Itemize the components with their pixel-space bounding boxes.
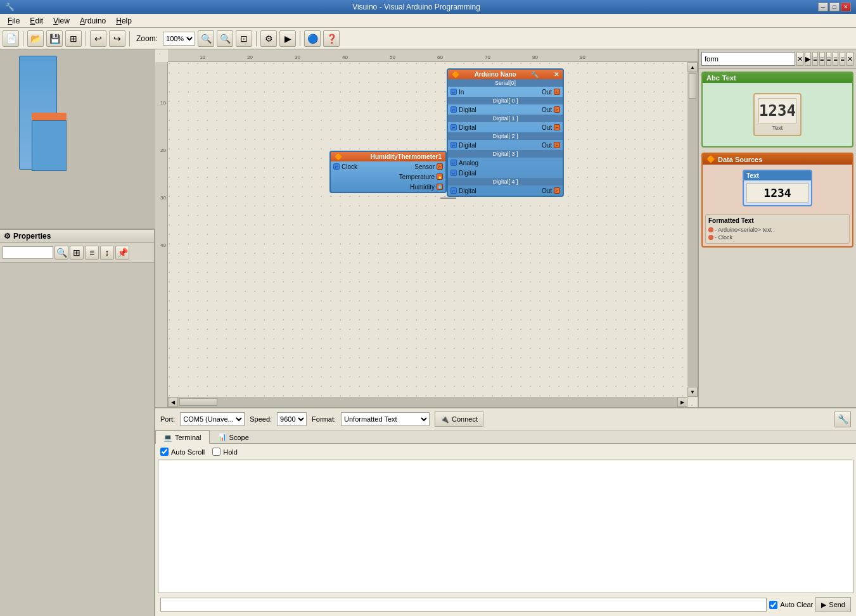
datasources-title: Data Sources bbox=[718, 156, 762, 163]
ruler-mark-70: 70 bbox=[485, 54, 490, 60]
arduino-close-icon[interactable]: ✕ bbox=[554, 71, 559, 78]
grid-button[interactable]: ⊞ bbox=[65, 30, 82, 47]
arduino-settings-icon[interactable]: 🔧 bbox=[531, 71, 539, 78]
props-list-button[interactable]: ≡ bbox=[85, 246, 99, 260]
search-filter-1[interactable]: ≡ bbox=[812, 52, 818, 66]
canvas-scrollbar-horizontal[interactable]: ◀ ▶ bbox=[168, 397, 687, 407]
port-select[interactable]: COM5 (Unave... bbox=[180, 412, 245, 426]
terminal-tab[interactable]: 💻 Terminal bbox=[155, 431, 210, 444]
save-button[interactable]: 💾 bbox=[46, 30, 63, 47]
upload-button[interactable]: ▶ bbox=[279, 30, 296, 47]
sensor-port-right: Sensor ⌐ bbox=[414, 163, 443, 170]
menu-arduino[interactable]: Arduino bbox=[75, 15, 111, 27]
props-filter-button[interactable]: 🔍 bbox=[54, 246, 68, 260]
clock-input-port[interactable]: ⌐ bbox=[333, 163, 340, 170]
search-filter-3[interactable]: ≡ bbox=[826, 52, 832, 66]
component-search-input[interactable] bbox=[701, 52, 795, 66]
props-expand-button[interactable]: ⊞ bbox=[70, 246, 84, 260]
arduino-nano-node: 🔶 Arduino Nano 🔧 ✕ Serial[0] ⌐ In bbox=[447, 68, 564, 197]
search-go-button[interactable]: ▶ bbox=[805, 52, 811, 66]
auto-scroll-label: Auto Scroll bbox=[171, 448, 205, 456]
menu-view[interactable]: View bbox=[48, 15, 75, 27]
text-card-icon: 1234 bbox=[758, 98, 796, 123]
scroll-left-button[interactable]: ◀ bbox=[168, 397, 178, 407]
undo-button[interactable]: ↩ bbox=[90, 30, 106, 47]
humidity-clock-row: ⌐ Clock Sensor ⌐ bbox=[331, 161, 445, 172]
digital1-input-port[interactable]: ⌐ bbox=[450, 124, 457, 130]
digital3-digital-port[interactable]: ⌐ bbox=[450, 170, 457, 176]
scope-tab[interactable]: 📊 Scope bbox=[210, 431, 257, 443]
humidity-output-port[interactable]: 💧 bbox=[437, 184, 443, 190]
minimize-button[interactable]: ─ bbox=[818, 3, 828, 11]
digital4-out-label: Out bbox=[542, 187, 552, 194]
speed-select[interactable]: 9600 bbox=[277, 412, 307, 426]
search-close-button[interactable]: ✕ bbox=[846, 52, 853, 66]
scroll-up-button[interactable]: ▲ bbox=[687, 62, 698, 72]
ruler-horizontal: 10 20 30 40 50 60 70 80 90 bbox=[168, 49, 698, 62]
search-filter-2[interactable]: ≡ bbox=[819, 52, 825, 66]
digital4-input-port[interactable]: ⌐ bbox=[450, 187, 457, 194]
auto-clear-checkbox[interactable]: Auto Clear bbox=[769, 601, 813, 609]
search-filter-5[interactable]: ≡ bbox=[840, 52, 845, 66]
digital3-input-port[interactable]: ⌐ bbox=[450, 160, 457, 166]
auto-clear-input[interactable] bbox=[769, 601, 777, 609]
digital2-output-port[interactable]: ⌐ bbox=[554, 142, 560, 148]
ds-text-card[interactable]: Text 1234 bbox=[743, 170, 812, 206]
out-output-port[interactable]: ⌐ bbox=[554, 89, 560, 95]
temperature-output-port[interactable]: 🔥 bbox=[437, 173, 443, 180]
sensor-label: Sensor bbox=[414, 163, 435, 170]
scroll-thumb-h[interactable] bbox=[179, 398, 217, 406]
digital4-output-port[interactable]: ⌐ bbox=[554, 187, 560, 194]
properties-search[interactable] bbox=[3, 246, 53, 259]
separator-3 bbox=[129, 31, 130, 46]
props-pin-button[interactable]: 📌 bbox=[115, 246, 129, 260]
connect-button[interactable]: 🔌 Connect bbox=[435, 412, 483, 427]
digital0-input-port[interactable]: ⌐ bbox=[450, 106, 457, 113]
new-button[interactable]: 📄 bbox=[3, 30, 19, 47]
visuino-button[interactable]: 🔵 bbox=[304, 30, 321, 47]
command-bar: Auto Clear ▶ Send bbox=[158, 596, 853, 613]
digital1-output-port[interactable]: ⌐ bbox=[554, 124, 560, 130]
auto-scroll-checkbox[interactable]: Auto Scroll bbox=[160, 448, 205, 456]
digital2-input-port[interactable]: ⌐ bbox=[450, 142, 457, 148]
auto-clear-label: Auto Clear bbox=[780, 601, 813, 608]
canvas-scrollbar-vertical[interactable]: ▲ ▼ bbox=[687, 62, 698, 397]
ruler-mark-50: 50 bbox=[390, 54, 395, 60]
scroll-thumb-v[interactable] bbox=[689, 73, 696, 99]
digital0-output-port[interactable]: ⌐ bbox=[554, 106, 560, 113]
menu-help[interactable]: Help bbox=[111, 15, 137, 27]
redo-button[interactable]: ↪ bbox=[109, 30, 125, 47]
terminal-content: Auto Scroll Hold Auto Clear ▶ bbox=[155, 444, 856, 616]
zoom-out-button[interactable]: 🔍 bbox=[217, 30, 233, 47]
menu-file[interactable]: File bbox=[3, 15, 25, 27]
send-button[interactable]: ▶ Send bbox=[815, 597, 851, 612]
search-filter-4[interactable]: ≡ bbox=[833, 52, 838, 66]
format-select[interactable]: Unformatted Text bbox=[341, 412, 430, 426]
scroll-down-button[interactable]: ▼ bbox=[687, 387, 698, 397]
hold-checkbox[interactable]: Hold bbox=[212, 448, 238, 456]
zoom-select[interactable]: 100% 50% 75% 150% 200% bbox=[163, 32, 195, 46]
arduino-node-header: 🔶 Arduino Nano 🔧 ✕ bbox=[448, 70, 563, 79]
hold-input[interactable] bbox=[212, 448, 220, 456]
scroll-right-button[interactable]: ▶ bbox=[677, 397, 687, 407]
menu-edit[interactable]: Edit bbox=[25, 15, 48, 27]
open-button[interactable]: 📂 bbox=[27, 30, 44, 47]
canvas-container[interactable]: 10 20 30 40 50 60 70 80 90 10 20 30 40 bbox=[155, 49, 698, 407]
center-area: 10 20 30 40 50 60 70 80 90 10 20 30 40 bbox=[155, 49, 856, 616]
formatted-text-section: Formatted Text - Arduino<serial0> text :… bbox=[705, 214, 850, 244]
in-input-port[interactable]: ⌐ bbox=[450, 89, 457, 95]
text-panel-container: Abc Text 1234 Text bbox=[701, 72, 853, 148]
maximize-button[interactable]: □ bbox=[829, 3, 840, 11]
auto-scroll-input[interactable] bbox=[160, 448, 169, 456]
help-button[interactable]: ❓ bbox=[323, 30, 340, 47]
close-button[interactable]: ✕ bbox=[841, 3, 851, 11]
search-clear-button[interactable]: ✕ bbox=[796, 52, 803, 66]
sensor-output-port[interactable]: ⌐ bbox=[437, 163, 443, 170]
zoom-fit-button[interactable]: ⊡ bbox=[236, 30, 252, 47]
serial-settings-button[interactable]: 🔧 bbox=[834, 411, 851, 427]
props-sort-button[interactable]: ↕ bbox=[100, 246, 114, 260]
command-input[interactable] bbox=[160, 598, 767, 612]
text-component-card[interactable]: 1234 Text bbox=[753, 93, 802, 136]
compile-button[interactable]: ⚙ bbox=[260, 30, 277, 47]
zoom-in-button[interactable]: 🔍 bbox=[198, 30, 214, 47]
